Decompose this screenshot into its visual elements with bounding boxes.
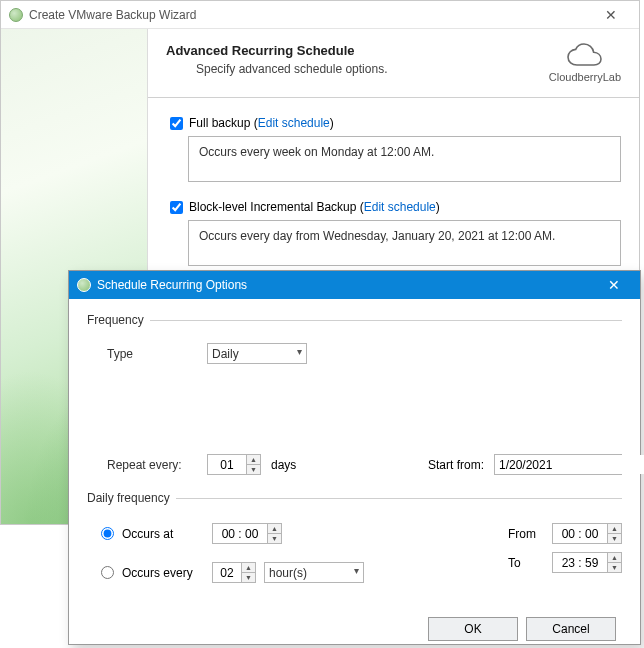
occurs-at-value[interactable] xyxy=(213,524,267,543)
dialog-title: Schedule Recurring Options xyxy=(97,278,247,292)
from-time[interactable]: ▲▼ xyxy=(552,523,622,544)
type-label: Type xyxy=(107,347,197,361)
wizard-titlebar: Create VMware Backup Wizard ✕ xyxy=(1,1,639,29)
daily-frequency-legend: Daily frequency xyxy=(87,491,176,505)
wizard-title: Create VMware Backup Wizard xyxy=(29,8,196,22)
cloud-icon xyxy=(563,43,607,69)
to-label: To xyxy=(508,556,544,570)
full-backup-edit-link[interactable]: Edit schedule xyxy=(258,116,330,130)
spin-down-icon[interactable]: ▼ xyxy=(608,534,621,543)
app-icon xyxy=(9,8,23,22)
dialog-close-icon[interactable]: ✕ xyxy=(596,277,632,293)
full-backup-description: Occurs every week on Monday at 12:00 AM. xyxy=(188,136,621,182)
to-value[interactable] xyxy=(553,553,607,572)
repeat-label: Repeat every: xyxy=(107,458,197,472)
spin-down-icon[interactable]: ▼ xyxy=(247,465,260,474)
spin-up-icon[interactable]: ▲ xyxy=(608,524,621,534)
dialog-body: Frequency Type Daily Repeat every: ▲▼ da… xyxy=(69,299,640,648)
spin-up-icon[interactable]: ▲ xyxy=(247,455,260,465)
cancel-button[interactable]: Cancel xyxy=(526,617,616,641)
occurs-at-radio[interactable] xyxy=(101,527,114,540)
start-from-input[interactable]: 15 xyxy=(494,454,622,475)
start-from-value[interactable] xyxy=(495,455,644,474)
full-backup-row: Full backup (Edit schedule) xyxy=(170,116,621,130)
frequency-legend: Frequency xyxy=(87,313,150,327)
incremental-backup-label: Block-level Incremental Backup (Edit sch… xyxy=(189,200,440,214)
repeat-unit: days xyxy=(271,458,296,472)
ok-button[interactable]: OK xyxy=(428,617,518,641)
divider xyxy=(148,97,639,98)
spin-up-icon[interactable]: ▲ xyxy=(242,563,255,573)
occurs-every-unit-select[interactable]: hour(s) xyxy=(264,562,364,583)
page-heading: Advanced Recurring Schedule xyxy=(166,43,541,58)
page-subheading: Specify advanced schedule options. xyxy=(196,62,541,76)
frequency-group: Frequency Type Daily Repeat every: ▲▼ da… xyxy=(87,313,622,489)
daily-frequency-group: Daily frequency Occurs at ▲▼ Occurs ever… xyxy=(87,491,622,599)
occurs-every-label: Occurs every xyxy=(122,566,204,580)
incremental-backup-edit-link[interactable]: Edit schedule xyxy=(364,200,436,214)
repeat-value[interactable] xyxy=(208,455,246,474)
dialog-titlebar: Schedule Recurring Options ✕ xyxy=(69,271,640,299)
full-backup-label: Full backup (Edit schedule) xyxy=(189,116,334,130)
spin-down-icon[interactable]: ▼ xyxy=(242,573,255,582)
spin-up-icon[interactable]: ▲ xyxy=(608,553,621,563)
occurs-every-value[interactable] xyxy=(213,563,241,582)
occurs-every-spinner[interactable]: ▲▼ xyxy=(212,562,256,583)
full-backup-checkbox[interactable] xyxy=(170,117,183,130)
incremental-backup-checkbox[interactable] xyxy=(170,201,183,214)
start-from-label: Start from: xyxy=(428,458,484,472)
occurs-at-label: Occurs at xyxy=(122,527,204,541)
repeat-spinner[interactable]: ▲▼ xyxy=(207,454,261,475)
app-icon xyxy=(77,278,91,292)
from-value[interactable] xyxy=(553,524,607,543)
type-select[interactable]: Daily xyxy=(207,343,307,364)
to-time[interactable]: ▲▼ xyxy=(552,552,622,573)
schedule-dialog: Schedule Recurring Options ✕ Frequency T… xyxy=(68,270,641,645)
spin-up-icon[interactable]: ▲ xyxy=(268,524,281,534)
close-icon[interactable]: ✕ xyxy=(591,7,631,23)
spin-down-icon[interactable]: ▼ xyxy=(608,563,621,572)
occurs-at-time[interactable]: ▲▼ xyxy=(212,523,282,544)
brand: CloudberryLab xyxy=(549,43,621,83)
from-label: From xyxy=(508,527,544,541)
incremental-backup-row: Block-level Incremental Backup (Edit sch… xyxy=(170,200,621,214)
occurs-every-radio[interactable] xyxy=(101,566,114,579)
incremental-backup-description: Occurs every day from Wednesday, January… xyxy=(188,220,621,266)
brand-label: CloudberryLab xyxy=(549,71,621,83)
spin-down-icon[interactable]: ▼ xyxy=(268,534,281,543)
